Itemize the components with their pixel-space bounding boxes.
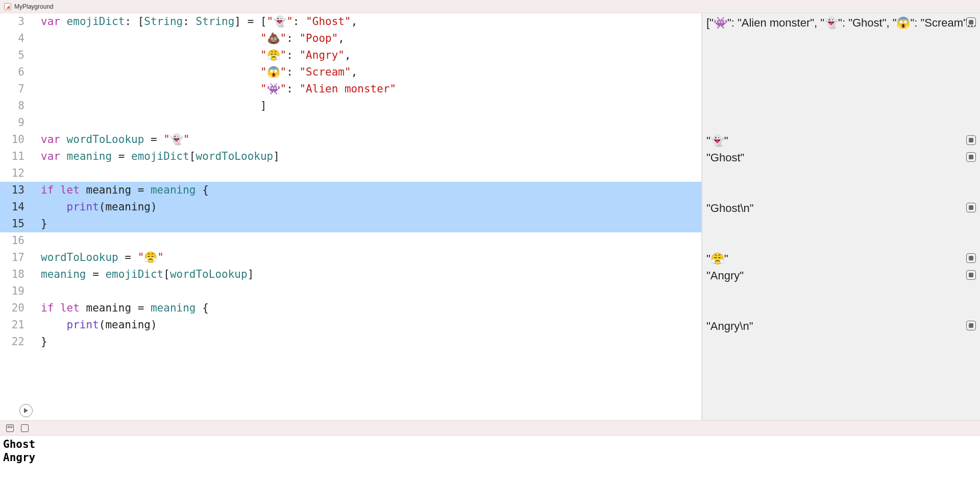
code-content[interactable] [32, 165, 701, 182]
code-line[interactable]: 8 ] [0, 98, 701, 114]
code-content[interactable]: var emojiDict: [String: String] = ["👻": … [32, 13, 701, 30]
code-line[interactable]: 11var meaning = emojiDict[wordToLookup] [0, 148, 701, 165]
code-editor[interactable]: 3var emojiDict: [String: String] = ["👻":… [0, 13, 702, 420]
code-line[interactable]: 9 [0, 114, 701, 131]
code-content[interactable]: "💩": "Poop", [32, 30, 701, 47]
line-number: 5 [0, 47, 32, 64]
code-line[interactable]: 22} [0, 333, 701, 350]
line-number: 20 [0, 300, 32, 317]
result-value: ["👾": "Alien monster", "👻": "Ghost", "😱"… [702, 14, 980, 31]
result-value: "Angry" [702, 267, 980, 284]
code-content[interactable]: meaning = emojiDict[wordToLookup] [32, 266, 701, 283]
result-value: "👻" [702, 132, 980, 149]
code-line[interactable]: 18meaning = emojiDict[wordToLookup] [0, 266, 701, 283]
line-number: 6 [0, 64, 32, 81]
code-line[interactable]: 5 "😤": "Angry", [0, 47, 701, 64]
quicklook-button[interactable] [966, 321, 976, 330]
debug-toolbar [0, 420, 980, 436]
code-line[interactable]: 16 [0, 232, 701, 249]
quicklook-button[interactable] [966, 253, 976, 263]
console-output[interactable]: Ghost Angry [0, 436, 980, 479]
line-number: 18 [0, 266, 32, 283]
line-number: 22 [0, 333, 32, 350]
svg-marker-0 [24, 408, 28, 413]
line-number: 7 [0, 81, 32, 98]
code-content[interactable]: "😤": "Angry", [32, 47, 701, 64]
quicklook-button[interactable] [966, 135, 976, 145]
code-line[interactable]: 14 print(meaning) [0, 199, 701, 215]
code-line[interactable]: 13if let meaning = meaning { [0, 182, 701, 199]
main-area: 3var emojiDict: [String: String] = ["👻":… [0, 13, 980, 420]
line-number: 4 [0, 30, 32, 47]
result-value: "Ghost\n" [702, 200, 980, 217]
run-button[interactable] [19, 404, 33, 417]
code-line[interactable]: 20if let meaning = meaning { [0, 300, 701, 317]
line-number: 9 [0, 114, 32, 131]
line-number: 17 [0, 249, 32, 266]
toggle-console-button[interactable] [21, 424, 29, 432]
line-number: 10 [0, 131, 32, 148]
code-line[interactable]: 3var emojiDict: [String: String] = ["👻":… [0, 13, 701, 30]
code-content[interactable]: "👾": "Alien monster" [32, 81, 701, 98]
code-content[interactable]: } [32, 333, 701, 350]
code-content[interactable]: var meaning = emojiDict[wordToLookup] [32, 148, 701, 165]
code-line[interactable]: 6 "😱": "Scream", [0, 64, 701, 81]
code-content[interactable]: if let meaning = meaning { [32, 300, 701, 317]
code-line[interactable]: 21 print(meaning) [0, 317, 701, 333]
results-sidebar: ["👾": "Alien monster", "👻": "Ghost", "😱"… [702, 13, 980, 420]
code-content[interactable] [32, 114, 701, 131]
line-number: 16 [0, 232, 32, 249]
code-content[interactable]: var wordToLookup = "👻" [32, 131, 701, 148]
code-line[interactable]: 17wordToLookup = "😤" [0, 249, 701, 266]
result-value: "😤" [702, 250, 980, 267]
quicklook-button[interactable] [966, 203, 976, 212]
line-number: 14 [0, 199, 32, 215]
result-value: "Angry\n" [702, 318, 980, 334]
line-number: 3 [0, 13, 32, 30]
code-content[interactable]: "😱": "Scream", [32, 64, 701, 81]
code-line[interactable]: 12 [0, 165, 701, 182]
quicklook-button[interactable] [966, 270, 976, 280]
document-title: MyPlayground [14, 3, 54, 10]
code-content[interactable]: } [32, 215, 701, 232]
code-content[interactable]: print(meaning) [32, 199, 701, 215]
line-number: 19 [0, 283, 32, 300]
line-number: 12 [0, 165, 32, 182]
code-line[interactable]: 19 [0, 283, 701, 300]
code-content[interactable]: wordToLookup = "😤" [32, 249, 701, 266]
line-number: 13 [0, 182, 32, 199]
code-line[interactable]: 4 "💩": "Poop", [0, 30, 701, 47]
toggle-debug-area-button[interactable] [6, 424, 14, 432]
code-line[interactable]: 7 "👾": "Alien monster" [0, 81, 701, 98]
titlebar: ◢ MyPlayground [0, 0, 980, 13]
code-content[interactable]: ] [32, 98, 701, 114]
code-content[interactable]: if let meaning = meaning { [32, 182, 701, 199]
code-content[interactable] [32, 283, 701, 300]
swift-playground-icon: ◢ [4, 3, 11, 10]
code-content[interactable] [32, 232, 701, 249]
result-value: "Ghost" [702, 149, 980, 166]
line-number: 11 [0, 148, 32, 165]
line-number: 21 [0, 317, 32, 333]
play-icon [23, 408, 29, 413]
quicklook-button[interactable] [966, 152, 976, 162]
code-line[interactable]: 10var wordToLookup = "👻" [0, 131, 701, 148]
code-content[interactable]: print(meaning) [32, 317, 701, 333]
quicklook-button[interactable] [966, 17, 976, 27]
code-line[interactable]: 15} [0, 215, 701, 232]
line-number: 8 [0, 98, 32, 114]
line-number: 15 [0, 215, 32, 232]
